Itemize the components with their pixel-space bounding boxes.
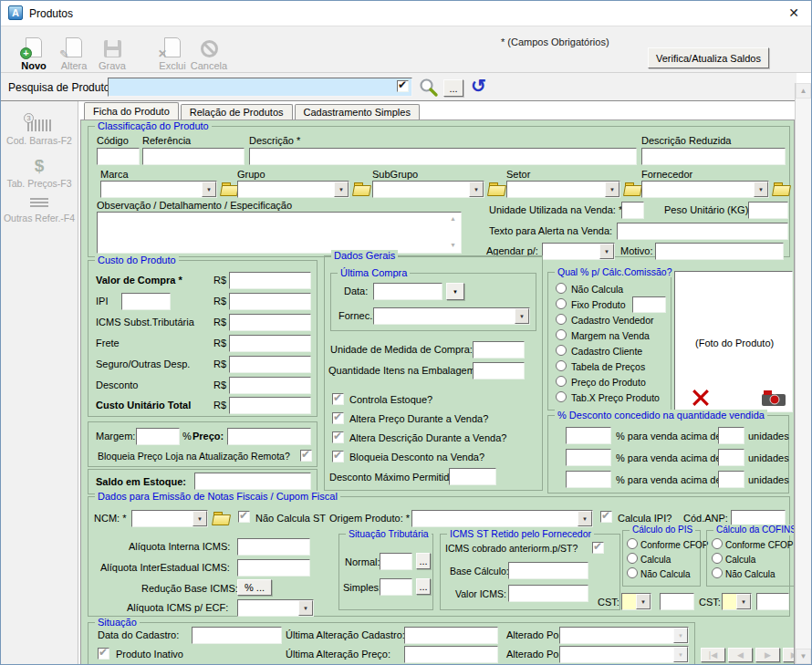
icms-cobrado-checkbox[interactable] (592, 542, 604, 554)
search-checkbox[interactable] (397, 80, 409, 92)
search-input[interactable] (108, 78, 412, 97)
margem-field[interactable] (136, 428, 180, 445)
tabx-preco-produto-radio[interactable] (556, 391, 567, 402)
motivo-field[interactable] (655, 243, 784, 260)
desconto-field[interactable] (229, 377, 311, 394)
tabela-precos-radio[interactable] (556, 360, 567, 371)
unidade-medida-field[interactable] (473, 341, 525, 358)
grupo-folder-icon[interactable] (353, 182, 370, 194)
altera-button[interactable]: Altera (54, 29, 94, 71)
cofins-cst-field[interactable] (756, 593, 789, 610)
nao-calcula-radio[interactable] (556, 283, 567, 294)
ncm-folder-icon[interactable] (213, 512, 229, 524)
marca-combo[interactable] (100, 181, 217, 198)
data-dropdown-button[interactable]: ▼ (446, 283, 464, 300)
origem-produto-combo[interactable] (411, 510, 593, 527)
icms-subst-field[interactable] (229, 314, 311, 331)
outras-refer-f4-button[interactable]: Outras Refer.-F4 (3, 196, 76, 223)
descricao-reduzida-field[interactable] (641, 148, 786, 165)
ncm-combo[interactable] (131, 510, 208, 527)
fornecedor-combo[interactable] (641, 181, 769, 198)
altera-preco-checkbox[interactable] (332, 412, 344, 424)
novo-button[interactable]: Novo (14, 29, 54, 71)
desconto1-percent-field[interactable] (566, 427, 611, 444)
descricao-field[interactable] (249, 148, 637, 165)
altera-descricao-checkbox[interactable] (332, 431, 344, 443)
subgrupo-folder-icon[interactable] (488, 182, 505, 194)
browse-button[interactable]: ... (443, 79, 463, 97)
setor-combo[interactable] (506, 181, 620, 198)
base-calculo-field[interactable] (508, 562, 588, 579)
calcula-ipi-checkbox[interactable] (600, 511, 612, 523)
valor-icms-field[interactable] (508, 585, 588, 602)
desconto2-qtd-field[interactable] (718, 449, 744, 466)
desconto3-qtd-field[interactable] (718, 471, 744, 488)
reducao-base-button[interactable]: % ... (237, 579, 272, 596)
fixo-produto-field[interactable] (632, 296, 666, 313)
scroll-down-icon[interactable]: ▼ (450, 242, 456, 248)
ipi-percent-field[interactable] (121, 293, 171, 310)
custo-total-field[interactable] (229, 397, 311, 414)
cadastro-cliente-radio[interactable] (556, 345, 567, 356)
scrollbar-up-icon[interactable] (796, 83, 811, 99)
pis-cst-field[interactable] (660, 593, 694, 610)
desconto2-percent-field[interactable] (566, 449, 611, 466)
tab-cadastramento-simples[interactable]: Cadastramento Simples (295, 104, 420, 119)
preco-field[interactable] (227, 428, 311, 445)
saldo-estoque-field[interactable] (194, 473, 311, 490)
aliq-ecf-combo[interactable] (237, 599, 314, 617)
observacao-textarea[interactable] (97, 212, 462, 254)
pis-nao-calcula-radio[interactable] (627, 567, 638, 578)
fornecedor-folder-icon[interactable] (773, 182, 789, 194)
cod-barras-f2-button[interactable]: Cod. Barras-F2 (3, 119, 76, 146)
alterado-por-cadastro-combo[interactable] (559, 627, 689, 644)
data-cadastro-field[interactable] (192, 627, 282, 644)
bloqueia-desconto-checkbox[interactable] (332, 451, 344, 462)
normal-browse-button[interactable]: ... (416, 553, 431, 569)
remove-photo-icon[interactable] (692, 389, 710, 409)
aliq-interestadual-field[interactable] (237, 559, 310, 577)
scroll-up-icon[interactable]: ▲ (450, 215, 456, 222)
desconto3-percent-field[interactable] (566, 471, 611, 488)
qtd-itens-field[interactable] (473, 362, 525, 379)
nao-calcula-st-checkbox[interactable] (238, 511, 250, 523)
cancela-button[interactable]: Cancela (189, 29, 229, 71)
pis-cst-combo[interactable] (621, 593, 651, 610)
previous-record-button[interactable] (728, 648, 753, 662)
cofins-calcula-radio[interactable] (712, 553, 723, 564)
margem-venda-radio[interactable] (556, 329, 567, 340)
cadastro-vendedor-radio[interactable] (556, 314, 567, 325)
frete-field[interactable] (229, 335, 311, 352)
tab-relacao-de-produtos[interactable]: Relação de Produtos (181, 104, 293, 119)
exclui-button[interactable]: Exclui (152, 29, 193, 71)
tab-precos-f3-button[interactable]: Tab. Preços-F3 (3, 158, 76, 189)
alterado-por-preco-combo[interactable] (559, 646, 689, 663)
grava-button[interactable]: Grava (92, 29, 132, 71)
desconto-maximo-field[interactable] (449, 468, 496, 485)
valor-compra-field[interactable] (229, 272, 311, 289)
grupo-combo[interactable] (237, 181, 349, 198)
scrollbar-down-icon[interactable] (796, 649, 811, 664)
close-icon[interactable] (786, 5, 802, 21)
fornec-combo[interactable] (373, 307, 530, 325)
cofins-nao-calcula-radio[interactable] (712, 567, 723, 578)
cofins-conforme-cfop-radio[interactable] (712, 538, 723, 549)
vertical-scrollbar[interactable] (795, 83, 811, 664)
codigo-field[interactable] (97, 148, 140, 165)
aliq-interna-field[interactable] (237, 538, 310, 556)
subgrupo-combo[interactable] (372, 181, 484, 198)
desconto1-qtd-field[interactable] (718, 427, 744, 444)
agendar-combo[interactable] (542, 243, 615, 260)
search-icon[interactable] (418, 77, 439, 99)
ult-alt-preco-field[interactable] (404, 646, 498, 663)
pis-calcula-radio[interactable] (627, 553, 638, 564)
peso-unitario-field[interactable] (748, 202, 788, 219)
controla-estoque-checkbox[interactable] (332, 393, 344, 405)
simples-field[interactable] (380, 578, 412, 596)
seguro-field[interactable] (229, 356, 311, 373)
preco-produto-radio[interactable] (556, 376, 567, 387)
last-record-button[interactable] (783, 648, 795, 662)
cofins-cst-combo[interactable] (722, 593, 752, 610)
tab-ficha-do-produto[interactable]: Ficha do Produto (84, 102, 179, 119)
texto-alerta-field[interactable] (617, 223, 788, 240)
